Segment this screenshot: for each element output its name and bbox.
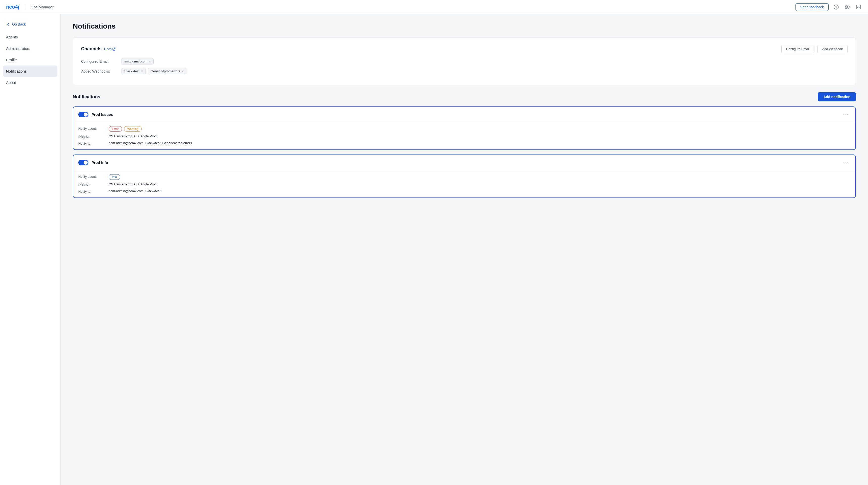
prod-info-toggle[interactable] (78, 160, 88, 165)
go-back-link[interactable]: Go Back (0, 20, 60, 31)
sidebar-item-administrators[interactable]: Administrators (0, 43, 60, 54)
added-webhooks-label: Added Webhooks: (81, 69, 122, 73)
prod-issues-notify-to-row: Notify to: nom-admin@neo4j.com, Slack#te… (78, 141, 850, 145)
prod-info-notify-label: Notify about: (78, 174, 108, 178)
prod-issues-body: Notify about: Error Warning DBMSs: CS Cl… (73, 122, 856, 149)
configured-email-label: Configured Email: (81, 59, 122, 63)
sidebar: Go Back Agents Administrators Profile No… (0, 14, 61, 485)
generic-tag-close[interactable]: × (182, 69, 184, 73)
logo-area: neo4j Ops Manager (6, 4, 54, 10)
svg-point-3 (858, 6, 859, 7)
page-title: Notifications (73, 22, 856, 30)
notifications-header: Notifications Add notification (73, 92, 856, 102)
channels-actions: Configure Email Add Webhook (781, 45, 847, 53)
app-name: Ops Manager (31, 5, 54, 9)
prod-info-dbms-row: DBMSs: CS Cluster Prod, CS Single Prod (78, 182, 850, 187)
prod-info-body: Notify about: Info DBMSs: CS Cluster Pro… (73, 170, 856, 198)
notif-card-header-prod-issues: Prod Issues ··· (73, 107, 856, 122)
prod-info-badge-tags: Info (108, 174, 120, 180)
notif-card-header-prod-info: Prod Info ··· (73, 155, 856, 170)
added-webhooks-row: Added Webhooks: Slack#test × Generic#pro… (81, 68, 847, 74)
header-divider (25, 4, 25, 9)
notif-card-prod-issues: Prod Issues ··· Notify about: Error Warn… (73, 107, 856, 150)
sidebar-item-agents[interactable]: Agents (0, 31, 60, 43)
prod-issues-notify-about-row: Notify about: Error Warning (78, 126, 850, 132)
configured-email-tags: smtp.gmail.com × (122, 58, 154, 64)
badge-warning: Warning (124, 126, 142, 132)
slack-tag-close[interactable]: × (141, 69, 143, 73)
main-content: Notifications Channels Docs Co (61, 14, 868, 485)
prod-issues-notify-label: Notify about: (78, 126, 108, 131)
channels-title: Channels Docs (81, 46, 116, 52)
webhook-tag-slack: Slack#test × (122, 68, 146, 74)
prod-info-notify-about-row: Notify about: Info (78, 174, 850, 180)
help-icon[interactable]: ? (833, 3, 840, 10)
prod-info-title-group: Prod Info (78, 160, 108, 165)
configured-email-row: Configured Email: smtp.gmail.com × (81, 58, 847, 64)
send-feedback-button[interactable]: Send feedback (796, 3, 829, 11)
add-notification-button[interactable]: Add notification (818, 92, 856, 102)
prod-issues-toggle[interactable] (78, 112, 88, 117)
header-right: Send feedback ? (796, 3, 862, 11)
channels-card: Channels Docs Configure Email Add Webhoo… (73, 37, 856, 85)
prod-issues-more-button[interactable]: ··· (841, 111, 850, 118)
prod-info-notify-to-label: Notify to: (78, 189, 108, 194)
email-tag: smtp.gmail.com × (122, 58, 154, 64)
prod-info-more-button[interactable]: ··· (841, 159, 850, 166)
badge-info: Info (108, 174, 120, 180)
configure-email-button[interactable]: Configure Email (781, 45, 814, 53)
sidebar-item-about[interactable]: About (0, 77, 60, 88)
settings-icon[interactable] (844, 3, 851, 10)
prod-info-notify-to-value: nom-admin@neo4j.com, Slack#test (108, 189, 160, 193)
prod-issues-notify-to-value: nom-admin@neo4j.com, Slack#test, Generic… (108, 141, 192, 145)
notifications-section-title: Notifications (73, 94, 100, 99)
svg-text:?: ? (835, 5, 837, 9)
prod-issues-badge-tags: Error Warning (108, 126, 142, 132)
layout: Go Back Agents Administrators Profile No… (0, 14, 868, 485)
add-webhook-button[interactable]: Add Webhook (817, 45, 847, 53)
channels-section-header: Channels Docs Configure Email Add Webhoo… (81, 45, 847, 53)
prod-info-dbms-label: DBMSs: (78, 182, 108, 187)
email-tag-close[interactable]: × (149, 60, 151, 63)
prod-info-dbms-value: CS Cluster Prod, CS Single Prod (108, 182, 157, 186)
profile-icon[interactable] (855, 3, 862, 10)
prod-issues-title-group: Prod Issues (78, 112, 113, 117)
badge-error: Error (108, 126, 122, 132)
webhook-tag-generic: Generic#prod-errors × (148, 68, 186, 74)
prod-issues-dbms-label: DBMSs: (78, 134, 108, 139)
docs-link[interactable]: Docs (104, 47, 116, 51)
prod-issues-name: Prod Issues (91, 112, 113, 117)
prod-info-notify-to-row: Notify to: nom-admin@neo4j.com, Slack#te… (78, 189, 850, 194)
header: neo4j Ops Manager Send feedback ? (0, 0, 868, 14)
sidebar-item-notifications[interactable]: Notifications (3, 65, 57, 77)
prod-issues-dbms-row: DBMSs: CS Cluster Prod, CS Single Prod (78, 134, 850, 139)
notif-card-prod-info: Prod Info ··· Notify about: Info DBMSs: … (73, 154, 856, 198)
prod-issues-dbms-value: CS Cluster Prod, CS Single Prod (108, 134, 157, 138)
prod-info-name: Prod Info (91, 160, 108, 165)
sidebar-item-profile[interactable]: Profile (0, 54, 60, 65)
prod-issues-notify-to-label: Notify to: (78, 141, 108, 145)
notifications-section: Notifications Add notification Prod Issu… (73, 92, 856, 198)
webhook-tags-row: Slack#test × Generic#prod-errors × (122, 68, 186, 74)
logo: neo4j (6, 4, 19, 10)
go-back-label: Go Back (12, 22, 26, 26)
sidebar-nav: Agents Administrators Profile Notificati… (0, 31, 60, 88)
